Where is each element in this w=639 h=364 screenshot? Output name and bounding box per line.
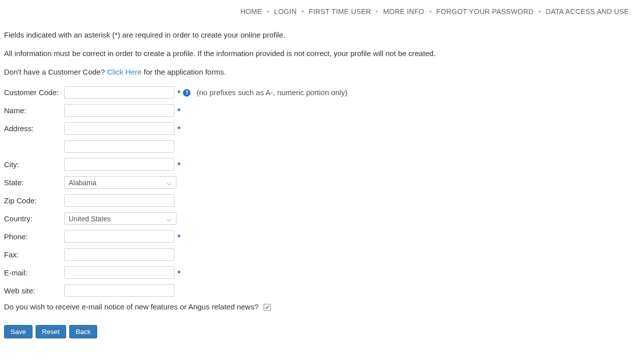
website-input[interactable]	[64, 284, 174, 297]
intro-text: Fields indicated with an asterisk (*) ar…	[4, 31, 639, 76]
customer-code-label: Customer Code:	[4, 88, 64, 97]
nav-separator	[430, 11, 432, 13]
website-label: Web site:	[4, 286, 64, 295]
country-label: Country:	[4, 214, 64, 223]
state-label: State:	[4, 178, 64, 187]
subscribe-checkbox[interactable]	[264, 304, 271, 311]
address-input[interactable]	[64, 122, 174, 135]
nav-data-access[interactable]: DATA ACCESS AND USE	[546, 8, 629, 16]
nav-more-info[interactable]: MORE INFO	[383, 8, 424, 16]
top-nav: HOME LOGIN FIRST TIME USER MORE INFO FOR…	[0, 0, 639, 16]
email-input[interactable]	[64, 266, 174, 279]
state-select[interactable]: Alabama	[64, 176, 176, 189]
nav-separator	[267, 11, 269, 13]
required-asterisk: *	[177, 270, 180, 278]
nav-home[interactable]: HOME	[241, 8, 262, 16]
address2-input[interactable]	[64, 140, 174, 153]
city-input[interactable]	[64, 158, 174, 171]
nav-separator	[302, 11, 304, 13]
address-label: Address:	[4, 124, 64, 133]
back-button[interactable]: Back	[69, 325, 97, 338]
nav-first-time-user[interactable]: FIRST TIME USER	[309, 8, 371, 16]
help-icon[interactable]: ?	[183, 89, 190, 97]
profile-form: Customer Code: * ? (no prefixes such as …	[4, 86, 639, 338]
fax-input[interactable]	[64, 248, 174, 261]
reset-button[interactable]: Reset	[36, 325, 66, 338]
nav-forgot-password[interactable]: FORGOT YOUR PASSWORD	[437, 8, 534, 16]
country-select[interactable]: United States	[64, 212, 176, 225]
fax-label: Fax:	[4, 250, 64, 259]
zip-label: Zip Code:	[4, 196, 64, 205]
required-asterisk: *	[177, 108, 180, 116]
intro-p3: Don't have a Customer Code? Click Here f…	[4, 68, 639, 76]
required-asterisk: *	[177, 90, 180, 98]
intro-p3-pre: Don't have a Customer Code?	[4, 68, 107, 76]
click-here-link[interactable]: Click Here	[107, 68, 141, 76]
required-asterisk: *	[177, 234, 180, 242]
required-asterisk: *	[177, 126, 180, 134]
name-input[interactable]	[64, 104, 174, 117]
customer-code-input[interactable]	[64, 86, 174, 99]
intro-p2: All information must be correct in order…	[4, 49, 639, 58]
city-label: City:	[4, 160, 64, 169]
nav-separator	[539, 11, 541, 13]
required-asterisk: *	[177, 162, 180, 170]
customer-code-hint: (no prefixes such as A-, numeric portion…	[196, 88, 347, 97]
nav-login[interactable]: LOGIN	[274, 8, 297, 16]
zip-input[interactable]	[64, 194, 174, 207]
nav-separator	[376, 11, 378, 13]
email-label: E-mail:	[4, 268, 64, 277]
phone-input[interactable]	[64, 230, 174, 243]
intro-p1: Fields indicated with an asterisk (*) ar…	[4, 31, 639, 39]
subscribe-label: Do you wish to receive e-mail notice of …	[4, 302, 259, 311]
save-button[interactable]: Save	[4, 325, 33, 338]
intro-p3-post: for the application forms.	[142, 68, 226, 76]
phone-label: Phone:	[4, 232, 64, 241]
name-label: Name:	[4, 106, 64, 115]
